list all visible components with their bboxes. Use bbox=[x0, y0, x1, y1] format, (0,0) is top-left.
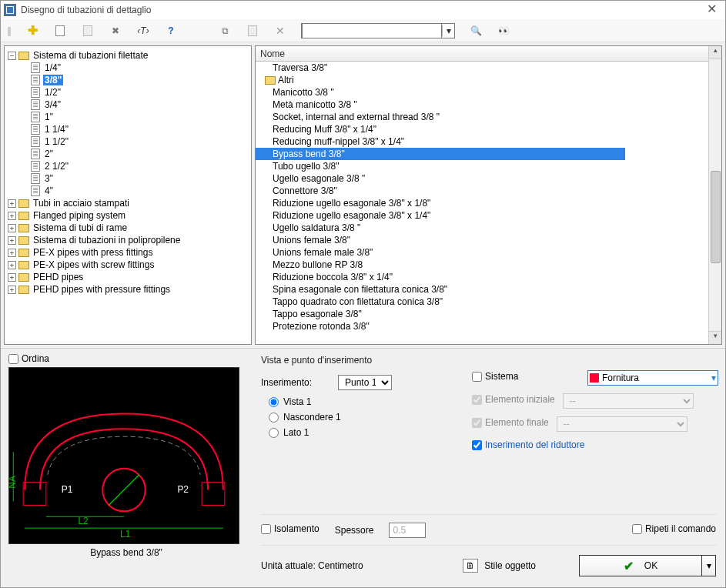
list-item[interactable]: Bypass bend 3/8" bbox=[256, 148, 625, 160]
tree-folder-item[interactable]: +PE-X pipes with press fittings bbox=[5, 246, 251, 259]
svg-text:L2: L2 bbox=[79, 516, 89, 526]
thickness-input bbox=[389, 523, 426, 538]
tree-folder-item[interactable]: +Tubi in acciaio stampati bbox=[5, 197, 251, 209]
toolbar: ‖ ✚ ✖ ‹T› ? ⧉ ✕ ▾ 🔍 👀 bbox=[1, 19, 725, 42]
list-pane: Nome Traversa 3/8"AltriManicotto 3/8 "Me… bbox=[255, 45, 722, 345]
svg-line-3 bbox=[109, 475, 139, 506]
thickness-label: Spessore bbox=[335, 525, 374, 536]
tree-root[interactable]: −Sistema di tubazioni filettate bbox=[5, 49, 251, 62]
scroll-down-icon[interactable]: ▾ bbox=[709, 331, 721, 344]
help-button[interactable]: ? bbox=[164, 24, 178, 38]
tree-folder-item[interactable]: +Sistema di tubazioni in polipropilene bbox=[5, 234, 251, 246]
chevron-down-icon[interactable]: ▾ bbox=[711, 373, 716, 383]
dialog-window: Disegno di tubazioni di dettaglio ✕ ‖ ✚ … bbox=[0, 0, 726, 588]
tree-size-item[interactable]: 1/2" bbox=[5, 86, 251, 99]
find-button[interactable]: 🔍 bbox=[469, 24, 483, 38]
svg-text:P2: P2 bbox=[177, 484, 189, 495]
tools-button[interactable]: ✖ bbox=[109, 24, 122, 38]
list-item[interactable]: Riduzione ugello esagonale 3/8" x 1/8" bbox=[256, 197, 721, 209]
tree-size-item[interactable]: 2 1/2" bbox=[5, 160, 251, 172]
tree-size-item[interactable]: 3/8" bbox=[5, 74, 251, 86]
scroll-up-icon[interactable]: ▴ bbox=[709, 46, 721, 59]
ins-red-checkbox[interactable]: Inserimento del riduttore bbox=[472, 439, 584, 450]
tree-size-item[interactable]: 4" bbox=[5, 185, 251, 197]
preview-canvas: P1 P2 L2 L1 NA bbox=[8, 367, 239, 544]
unit-label: Unità attuale: Centimetro bbox=[261, 560, 363, 571]
tree-folder-item[interactable]: +PE-X pipes with screw fittings bbox=[5, 259, 251, 271]
preview-caption: Bypass bend 3/8" bbox=[8, 544, 244, 558]
scrollbar[interactable]: ▴ ▾ bbox=[708, 46, 721, 344]
list-header-name[interactable]: Nome bbox=[256, 46, 721, 62]
check-icon: ✔ bbox=[624, 559, 634, 573]
svg-rect-1 bbox=[202, 483, 225, 506]
titlebar: Disegno di tubazioni di dettaglio ✕ bbox=[1, 1, 725, 19]
list-group[interactable]: Altri bbox=[256, 74, 721, 86]
tree-size-item[interactable]: 1" bbox=[5, 111, 251, 123]
ok-button[interactable]: ✔ OK bbox=[579, 555, 702, 576]
tree-size-item[interactable]: 1 1/2" bbox=[5, 135, 251, 148]
layer-select[interactable]: Fornitura ▾ bbox=[587, 370, 718, 386]
list-item[interactable]: Unions female 3/8" bbox=[256, 234, 721, 246]
page-button[interactable] bbox=[53, 24, 67, 38]
elem-fin-checkbox: Elemento finale bbox=[472, 417, 549, 428]
list-item[interactable]: Riduzione ugello esagonale 3/8" x 1/4" bbox=[256, 209, 721, 222]
list-item[interactable]: Spina esagonale con filettatura conica 3… bbox=[256, 283, 721, 296]
list-item[interactable]: Mezzo bullone RP 3/8 bbox=[256, 259, 721, 271]
page2-button[interactable] bbox=[81, 24, 95, 38]
ok-split-button[interactable]: ▾ bbox=[702, 555, 716, 576]
app-icon bbox=[4, 4, 16, 16]
insert-label: Inserimento: bbox=[261, 377, 330, 388]
repeat-checkbox[interactable]: Ripeti il comando bbox=[632, 523, 716, 534]
elem-init-checkbox: Elemento iniziale bbox=[472, 394, 555, 405]
list-item[interactable]: Reducing Muff 3/8" x 1/4" bbox=[256, 123, 721, 135]
svg-text:P1: P1 bbox=[62, 484, 73, 495]
scroll-thumb[interactable] bbox=[711, 171, 721, 263]
close-button[interactable]: ✕ bbox=[701, 3, 722, 17]
sort-checkbox[interactable]: Ordina bbox=[8, 353, 244, 364]
style-button[interactable]: 🗎 Stile oggetto bbox=[463, 559, 536, 573]
tree-folder-item[interactable]: +Flanged piping system bbox=[5, 209, 251, 222]
svg-rect-0 bbox=[23, 483, 46, 506]
insert-point-select[interactable]: Punto 1 bbox=[338, 375, 392, 390]
copy-button[interactable]: ⧉ bbox=[218, 24, 232, 38]
tree-folder-item[interactable]: +Sistema di tubi di rame bbox=[5, 222, 251, 234]
tree-size-item[interactable]: 1/4" bbox=[5, 62, 251, 74]
list-item[interactable]: Manicotto 3/8 " bbox=[256, 86, 721, 99]
svg-text:NA: NA bbox=[9, 476, 18, 489]
tree-pane[interactable]: −Sistema di tubazioni filettate 1/4"3/8"… bbox=[4, 45, 252, 345]
search-combo[interactable]: ▾ bbox=[301, 23, 455, 38]
text-button[interactable]: ‹T› bbox=[136, 24, 150, 38]
tree-size-item[interactable]: 3" bbox=[5, 172, 251, 185]
list-item[interactable]: Tubo ugello 3/8" bbox=[256, 160, 721, 172]
tree-folder-item[interactable]: +PEHD pipes with pressure fittings bbox=[5, 283, 251, 296]
list-item[interactable]: Ugello saldatura 3/8 " bbox=[256, 222, 721, 234]
iso-checkbox[interactable]: Isolamento bbox=[261, 523, 320, 534]
tree-size-item[interactable]: 3/4" bbox=[5, 99, 251, 111]
binoc-button[interactable]: 👀 bbox=[497, 24, 510, 38]
list-item[interactable]: Traversa 3/8" bbox=[256, 62, 721, 74]
list-item[interactable]: Protezione rotonda 3/8" bbox=[256, 320, 721, 332]
elem-fin-select: -- bbox=[557, 416, 688, 432]
new-button[interactable]: ✚ bbox=[25, 24, 39, 38]
sheet-button[interactable] bbox=[246, 24, 259, 38]
list-item[interactable]: Connettore 3/8" bbox=[256, 185, 721, 197]
search-input[interactable] bbox=[302, 23, 442, 38]
list-body[interactable]: Traversa 3/8"AltriManicotto 3/8 "Metà ma… bbox=[256, 62, 721, 344]
svg-text:L1: L1 bbox=[120, 529, 131, 540]
tree-size-item[interactable]: 1 1/4" bbox=[5, 123, 251, 135]
list-item[interactable]: Metà manicotto 3/8 " bbox=[256, 99, 721, 111]
list-item[interactable]: Unions female male 3/8" bbox=[256, 246, 721, 259]
list-item[interactable]: Reducing muff-nippel 3/8" x 1/4" bbox=[256, 135, 721, 148]
list-item[interactable]: Tappo esagonale 3/8" bbox=[256, 308, 721, 320]
elem-init-select: -- bbox=[563, 393, 694, 409]
list-item[interactable]: Riduzione boccola 3/8" x 1/4" bbox=[256, 271, 721, 283]
list-item[interactable]: Tappo quadrato con filettatura conica 3/… bbox=[256, 296, 721, 308]
chevron-down-icon[interactable]: ▾ bbox=[442, 25, 454, 36]
system-checkbox[interactable]: Sistema bbox=[472, 371, 541, 382]
tree-size-item[interactable]: 2" bbox=[5, 148, 251, 160]
tree-folder-item[interactable]: +PEHD pipes bbox=[5, 271, 251, 283]
list-item[interactable]: Ugello esagonale 3/8 " bbox=[256, 172, 721, 185]
list-item[interactable]: Socket, internal and external thread 3/8… bbox=[256, 111, 721, 123]
delete-button[interactable]: ✕ bbox=[273, 24, 287, 38]
layer-color-swatch bbox=[590, 373, 599, 383]
